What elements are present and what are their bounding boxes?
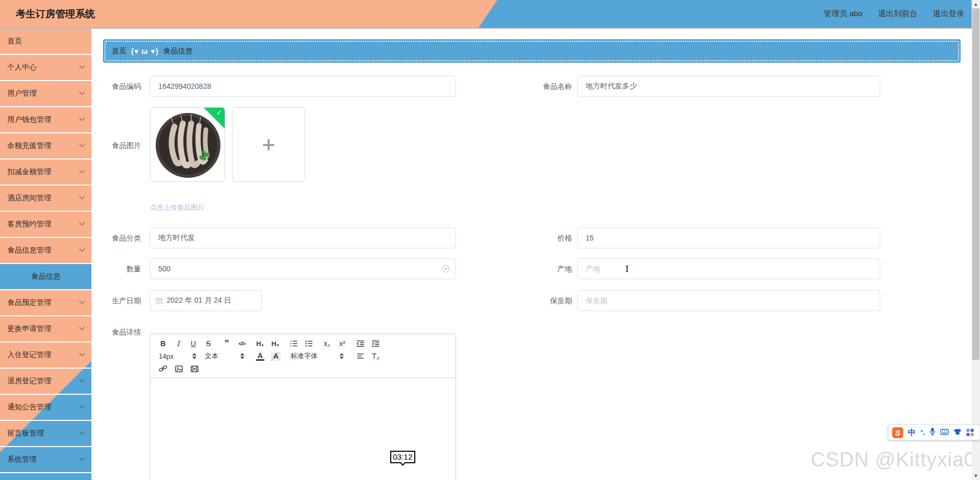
align-icon[interactable]	[356, 351, 365, 361]
skin-tshirt-icon[interactable]	[953, 428, 962, 437]
breadcrumb-banner: 首页 (♥ ω ♥) 食品信息	[103, 39, 961, 63]
exit-to-front-link[interactable]: 退出到前台	[878, 9, 917, 19]
shelf-life-input[interactable]	[577, 290, 880, 311]
font-family-select[interactable]: 标准字体	[290, 351, 344, 361]
subscript-icon[interactable]: x₂	[323, 339, 331, 348]
blockquote-icon[interactable]: ”	[223, 339, 231, 348]
chevron-down-icon	[79, 246, 85, 252]
background-color-icon[interactable]: A	[271, 352, 281, 361]
app-title: 考生订房管理系统	[16, 0, 95, 28]
underline-icon[interactable]: U	[189, 339, 197, 348]
sidebar-item-label: 食品信息	[7, 272, 84, 281]
price-input[interactable]	[577, 227, 880, 248]
quantity-input[interactable]	[150, 258, 456, 279]
sidebar-item[interactable]: 食品预定管理	[0, 290, 91, 316]
csdn-watermark: CSDN @Kittyxia001	[811, 449, 980, 471]
editor-toolbar: B I U S ” </> H₁ H₂	[150, 334, 456, 378]
production-date-input[interactable]: 2022 年 01 月 24 日	[150, 290, 262, 311]
sogou-logo-icon[interactable]: S	[892, 427, 903, 438]
category-input[interactable]	[150, 227, 456, 248]
sidebar-item[interactable]: 入住登记管理	[0, 342, 91, 369]
sidebar-item[interactable]: 退房登记管理	[0, 369, 91, 395]
bullet-list-icon[interactable]	[305, 339, 313, 348]
page-scrollbar[interactable]	[972, 0, 980, 480]
sidebar-item[interactable]: 首页	[0, 29, 91, 55]
sidebar-item[interactable]: 系统管理	[0, 447, 91, 473]
outdent-icon[interactable]	[356, 339, 365, 348]
microphone-icon[interactable]	[929, 427, 936, 438]
header-divider	[0, 28, 980, 29]
sidebar-item-label: 用户钱包管理	[7, 115, 80, 124]
sidebar-item[interactable]: 客房预约管理	[0, 212, 91, 238]
sidebar-item[interactable]: 通知公告管理	[0, 395, 91, 421]
chinese-mode-icon[interactable]: 中	[908, 428, 916, 438]
chevron-down-icon	[79, 429, 85, 435]
updown-arrows-icon	[192, 353, 196, 359]
header-links: 管理员 abo 退出到前台 退出登录	[824, 0, 964, 28]
code-block-icon[interactable]: </>	[238, 339, 246, 348]
sidebar-item-label: 入住登记管理	[7, 350, 80, 360]
clean-format-icon[interactable]: Tx	[371, 351, 380, 361]
font-size-value: 14px	[159, 352, 189, 360]
upload-plus-button[interactable]	[232, 107, 305, 182]
sidebar-item[interactable]: 酒店房间管理	[0, 186, 91, 212]
link-icon[interactable]	[159, 364, 167, 373]
sidebar-item[interactable]: 用户钱包管理	[0, 107, 91, 133]
scrollbar-thumb[interactable]	[972, 8, 979, 360]
sidebar-item[interactable]: 食品信息管理	[0, 238, 91, 264]
font-size-select[interactable]: 14px	[159, 352, 196, 360]
scroll-down-arrow[interactable]	[972, 472, 980, 480]
chevron-down-icon	[79, 116, 85, 121]
chevron-down-icon	[79, 455, 85, 461]
chevron-down-icon	[79, 220, 85, 226]
sidebar-item[interactable]: 食品信息	[0, 264, 91, 290]
sidebar-item[interactable]: 扣减金额管理	[0, 159, 91, 186]
name-label: 食品名称	[488, 76, 572, 97]
sidebar-item[interactable]: 留言板管理	[0, 421, 91, 447]
chevron-down-icon	[79, 403, 85, 409]
production-date-value: 2022 年 01 月 24 日	[167, 296, 231, 305]
sidebar-item-label: 用户管理	[7, 89, 80, 98]
code-input[interactable]	[150, 76, 456, 97]
editor-content-area[interactable]	[150, 378, 456, 480]
italic-icon[interactable]: I	[174, 339, 182, 348]
current-user-link[interactable]: 管理员 abo	[824, 9, 862, 19]
logout-link[interactable]: 退出登录	[933, 9, 964, 19]
sidebar-item[interactable]: 用户管理	[0, 81, 91, 107]
image-icon[interactable]	[174, 364, 183, 373]
name-input[interactable]	[577, 76, 880, 97]
origin-input[interactable]	[577, 258, 880, 279]
upload-success-check-icon	[204, 108, 225, 129]
apps-grid-icon[interactable]	[966, 429, 974, 436]
chevron-down-icon	[79, 89, 85, 95]
sidebar-item[interactable]: 余额充值管理	[0, 133, 91, 159]
food-image-thumbnail[interactable]	[150, 107, 225, 182]
ordered-list-icon[interactable]	[289, 339, 298, 348]
video-icon[interactable]	[190, 364, 199, 373]
scroll-up-arrow[interactable]	[972, 0, 980, 8]
sidebar-item-label: 通知公告管理	[7, 403, 80, 412]
punctuation-icon[interactable]: °,	[920, 429, 925, 436]
header2-icon[interactable]: H₂	[271, 339, 279, 348]
header1-icon[interactable]: H₁	[256, 339, 264, 348]
chevron-down-icon	[79, 299, 85, 304]
upload-tip-link[interactable]: 点击上传食品图片	[150, 203, 204, 212]
keyboard-icon[interactable]	[940, 428, 949, 437]
strikethrough-icon[interactable]: S	[204, 339, 213, 348]
chevron-down-icon	[79, 63, 85, 69]
text-color-icon[interactable]: A	[256, 351, 264, 361]
sidebar-item-label: 酒店房间管理	[7, 193, 80, 203]
sidebar-item[interactable]: 个人中心	[0, 55, 91, 81]
breadcrumb-home[interactable]: 首页	[112, 47, 126, 56]
origin-label: 产地	[488, 258, 572, 279]
clear-input-icon[interactable]	[442, 265, 450, 273]
sidebar-item[interactable]: 更换申请管理	[0, 316, 91, 342]
bold-icon[interactable]: B	[159, 339, 167, 348]
indent-icon[interactable]	[371, 339, 380, 348]
text-style-select[interactable]: 文本	[205, 351, 244, 361]
superscript-icon[interactable]: x²	[338, 339, 346, 348]
sidebar-item-label: 食品预定管理	[7, 298, 80, 307]
page: 考生订房管理系统 管理员 abo 退出到前台 退出登录 首页 个人中心 用户管理	[0, 0, 980, 480]
updown-arrows-icon	[240, 353, 244, 359]
breadcrumb: 首页 (♥ ω ♥) 食品信息	[104, 41, 959, 61]
